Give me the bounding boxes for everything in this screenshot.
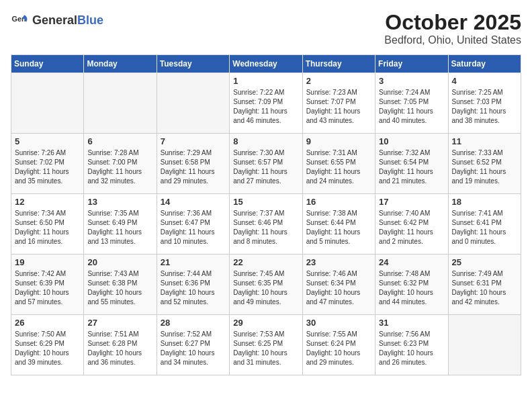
day-info: Sunrise: 7:29 AMSunset: 6:58 PMDaylight:… <box>161 148 226 186</box>
day-info: Sunrise: 7:31 AMSunset: 6:55 PMDaylight:… <box>306 148 371 186</box>
day-info: Sunrise: 7:35 AMSunset: 6:49 PMDaylight:… <box>87 209 152 246</box>
calendar-cell: 23Sunrise: 7:46 AMSunset: 6:34 PMDayligh… <box>302 255 375 315</box>
calendar-cell: 5Sunrise: 7:26 AMSunset: 7:02 PMDaylight… <box>11 134 84 194</box>
day-info: Sunrise: 7:22 AMSunset: 7:09 PMDaylight:… <box>233 88 298 126</box>
day-info: Sunrise: 7:24 AMSunset: 7:05 PMDaylight:… <box>379 88 444 126</box>
calendar-cell: 22Sunrise: 7:45 AMSunset: 6:35 PMDayligh… <box>230 255 302 315</box>
calendar-cell: 2Sunrise: 7:23 AMSunset: 7:07 PMDaylight… <box>302 73 375 134</box>
day-number: 22 <box>233 257 298 267</box>
calendar-cell: 4Sunrise: 7:25 AMSunset: 7:03 PMDaylight… <box>448 73 521 134</box>
day-info: Sunrise: 7:48 AMSunset: 6:32 PMDaylight:… <box>379 269 444 307</box>
calendar-cell: 12Sunrise: 7:34 AMSunset: 6:50 PMDayligh… <box>11 194 84 255</box>
day-info: Sunrise: 7:33 AMSunset: 6:52 PMDaylight:… <box>452 148 517 186</box>
day-number: 11 <box>452 136 517 146</box>
header-day-saturday: Saturday <box>448 55 521 73</box>
calendar-cell: 29Sunrise: 7:53 AMSunset: 6:25 PMDayligh… <box>230 315 302 375</box>
logo-text-blue: Blue <box>77 13 103 27</box>
calendar-cell <box>11 73 84 134</box>
calendar-cell: 26Sunrise: 7:50 AMSunset: 6:29 PMDayligh… <box>11 315 84 375</box>
day-number: 25 <box>452 257 517 267</box>
calendar-cell: 8Sunrise: 7:30 AMSunset: 6:57 PMDaylight… <box>230 134 302 194</box>
calendar-cell: 3Sunrise: 7:24 AMSunset: 7:05 PMDaylight… <box>375 73 448 134</box>
day-number: 29 <box>233 318 298 328</box>
calendar-cell: 7Sunrise: 7:29 AMSunset: 6:58 PMDaylight… <box>157 134 229 194</box>
day-number: 8 <box>233 136 298 146</box>
day-number: 23 <box>306 257 371 267</box>
header-day-monday: Monday <box>84 55 157 73</box>
day-number: 21 <box>161 257 226 267</box>
calendar-cell: 18Sunrise: 7:41 AMSunset: 6:41 PMDayligh… <box>448 194 521 255</box>
day-number: 30 <box>306 318 371 328</box>
title-area: October 2025 Bedford, Ohio, United State… <box>384 11 521 46</box>
header: Gen GeneralBlue October 2025 Bedford, Oh… <box>11 11 521 46</box>
calendar-cell: 6Sunrise: 7:28 AMSunset: 7:00 PMDaylight… <box>84 134 157 194</box>
day-info: Sunrise: 7:56 AMSunset: 6:23 PMDaylight:… <box>379 330 444 367</box>
calendar-cell: 30Sunrise: 7:55 AMSunset: 6:24 PMDayligh… <box>302 315 375 375</box>
calendar-table: SundayMondayTuesdayWednesdayThursdayFrid… <box>11 54 521 375</box>
day-number: 18 <box>452 197 517 207</box>
day-info: Sunrise: 7:55 AMSunset: 6:24 PMDaylight:… <box>306 330 371 367</box>
calendar-cell: 25Sunrise: 7:49 AMSunset: 6:31 PMDayligh… <box>448 255 521 315</box>
day-number: 3 <box>379 76 444 86</box>
day-info: Sunrise: 7:53 AMSunset: 6:25 PMDaylight:… <box>233 330 298 367</box>
day-number: 1 <box>233 76 298 86</box>
day-number: 16 <box>306 197 371 207</box>
day-number: 12 <box>15 197 80 207</box>
calendar-cell <box>84 73 157 134</box>
calendar-cell: 21Sunrise: 7:44 AMSunset: 6:36 PMDayligh… <box>157 255 229 315</box>
calendar-week-row: 5Sunrise: 7:26 AMSunset: 7:02 PMDaylight… <box>11 134 521 194</box>
calendar-cell: 11Sunrise: 7:33 AMSunset: 6:52 PMDayligh… <box>448 134 521 194</box>
calendar-cell: 1Sunrise: 7:22 AMSunset: 7:09 PMDaylight… <box>230 73 302 134</box>
day-number: 24 <box>379 257 444 267</box>
calendar-cell: 27Sunrise: 7:51 AMSunset: 6:28 PMDayligh… <box>84 315 157 375</box>
day-info: Sunrise: 7:43 AMSunset: 6:38 PMDaylight:… <box>87 269 152 307</box>
day-number: 19 <box>15 257 80 267</box>
day-info: Sunrise: 7:49 AMSunset: 6:31 PMDaylight:… <box>452 269 517 307</box>
calendar-cell: 17Sunrise: 7:40 AMSunset: 6:42 PMDayligh… <box>375 194 448 255</box>
day-number: 4 <box>452 76 517 86</box>
day-number: 7 <box>161 136 226 146</box>
day-info: Sunrise: 7:36 AMSunset: 6:47 PMDaylight:… <box>161 209 226 246</box>
day-info: Sunrise: 7:52 AMSunset: 6:27 PMDaylight:… <box>161 330 226 367</box>
day-number: 14 <box>161 197 226 207</box>
calendar-cell: 24Sunrise: 7:48 AMSunset: 6:32 PMDayligh… <box>375 255 448 315</box>
day-info: Sunrise: 7:37 AMSunset: 6:46 PMDaylight:… <box>233 209 298 246</box>
calendar-week-row: 12Sunrise: 7:34 AMSunset: 6:50 PMDayligh… <box>11 194 521 255</box>
calendar-week-row: 19Sunrise: 7:42 AMSunset: 6:39 PMDayligh… <box>11 255 521 315</box>
calendar-cell: 20Sunrise: 7:43 AMSunset: 6:38 PMDayligh… <box>84 255 157 315</box>
day-number: 15 <box>233 197 298 207</box>
calendar-cell: 28Sunrise: 7:52 AMSunset: 6:27 PMDayligh… <box>157 315 229 375</box>
day-info: Sunrise: 7:44 AMSunset: 6:36 PMDaylight:… <box>161 269 226 307</box>
calendar-cell: 15Sunrise: 7:37 AMSunset: 6:46 PMDayligh… <box>230 194 302 255</box>
calendar-cell <box>157 73 229 134</box>
day-number: 13 <box>87 197 152 207</box>
calendar-header-row: SundayMondayTuesdayWednesdayThursdayFrid… <box>11 55 521 73</box>
location-title: Bedford, Ohio, United States <box>384 34 521 46</box>
month-title: October 2025 <box>384 11 521 34</box>
day-info: Sunrise: 7:28 AMSunset: 7:00 PMDaylight:… <box>87 148 152 186</box>
calendar-cell: 9Sunrise: 7:31 AMSunset: 6:55 PMDaylight… <box>302 134 375 194</box>
day-info: Sunrise: 7:40 AMSunset: 6:42 PMDaylight:… <box>379 209 444 246</box>
day-number: 9 <box>306 136 371 146</box>
day-number: 28 <box>161 318 226 328</box>
day-number: 6 <box>87 136 152 146</box>
calendar-cell: 14Sunrise: 7:36 AMSunset: 6:47 PMDayligh… <box>157 194 229 255</box>
day-info: Sunrise: 7:45 AMSunset: 6:35 PMDaylight:… <box>233 269 298 307</box>
calendar-cell: 13Sunrise: 7:35 AMSunset: 6:49 PMDayligh… <box>84 194 157 255</box>
calendar-cell: 31Sunrise: 7:56 AMSunset: 6:23 PMDayligh… <box>375 315 448 375</box>
header-day-wednesday: Wednesday <box>230 55 302 73</box>
day-info: Sunrise: 7:46 AMSunset: 6:34 PMDaylight:… <box>306 269 371 307</box>
logo-icon: Gen <box>11 11 30 30</box>
calendar-cell <box>448 315 521 375</box>
day-info: Sunrise: 7:26 AMSunset: 7:02 PMDaylight:… <box>15 148 80 186</box>
header-day-thursday: Thursday <box>302 55 375 73</box>
day-number: 31 <box>379 318 444 328</box>
day-info: Sunrise: 7:50 AMSunset: 6:29 PMDaylight:… <box>15 330 80 367</box>
logo: Gen GeneralBlue <box>11 11 103 30</box>
day-info: Sunrise: 7:23 AMSunset: 7:07 PMDaylight:… <box>306 88 371 126</box>
logo-text-general: General <box>32 13 77 27</box>
calendar-cell: 16Sunrise: 7:38 AMSunset: 6:44 PMDayligh… <box>302 194 375 255</box>
day-number: 10 <box>379 136 444 146</box>
day-number: 26 <box>15 318 80 328</box>
header-day-sunday: Sunday <box>11 55 84 73</box>
